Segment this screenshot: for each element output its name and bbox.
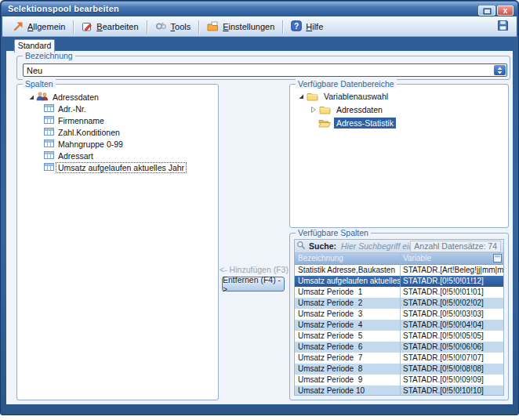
save-button[interactable]	[497, 20, 509, 34]
tree-node-column[interactable]: Zahl.Konditionen	[19, 126, 216, 138]
cell-bezeichnung: Umsatz aufgelaufen aktuelles Jahr	[295, 276, 401, 287]
search-bar[interactable]: Suche: Hier Suchbegriff einge Anzahl Dat…	[295, 240, 503, 253]
titlebar[interactable]: Selektionspool bearbeiten x	[2, 2, 517, 16]
tree-expander-icon[interactable]	[296, 93, 306, 100]
tree-node-column[interactable]: Firmenname	[19, 114, 216, 126]
table-body: Statistik Adresse,Baukasten STATADR.[Art…	[295, 265, 503, 396]
tree-expander-icon[interactable]	[309, 106, 318, 114]
tree-node-column[interactable]: Mahngruppe 0-99	[19, 138, 216, 150]
group-bezeichnung: Bezeichnung Neu	[16, 56, 510, 80]
group-spalten: Spalten Adressdaten	[16, 84, 219, 400]
people-icon	[36, 92, 49, 103]
table-row[interactable]: Umsatz Periode 7 STATADR.[0!5!0!07!07]	[295, 353, 503, 364]
tree-node-folder[interactable]: Adress-Statistik	[292, 116, 506, 129]
search-input-placeholder[interactable]: Hier Suchbegriff einge	[341, 241, 410, 251]
expanded-triangle-icon[interactable]	[27, 94, 36, 100]
tree-node-label[interactable]: Adr.-Nr.	[58, 104, 86, 114]
tree-node-label[interactable]: Adressdaten	[334, 104, 385, 115]
restore-button[interactable]	[478, 5, 495, 16]
table-columns-icon	[44, 103, 54, 114]
tree-node-label[interactable]: Variablenauswahl	[321, 91, 390, 102]
table-row[interactable]: Umsatz Periode 4 STATADR.[0!5!0!04!04]	[295, 320, 503, 331]
tree-node-label[interactable]: Firmenname	[58, 116, 104, 125]
group-legend: Verfügbare Datenbereiche	[296, 79, 397, 89]
table-row[interactable]: Umsatz Periode 6 STATADR.[0!5!0!06!06]	[295, 342, 503, 353]
table-row[interactable]: Umsatz Periode 2 STATADR.[0!5!0!02!02]	[295, 298, 503, 309]
cell-bezeichnung: Umsatz Periode 9	[295, 375, 401, 386]
help-icon: ?	[291, 20, 302, 33]
remove-button[interactable]: Entfernen (F4) ->	[222, 277, 285, 291]
columns-list-panel: Suche: Hier Suchbegriff einge Anzahl Dat…	[294, 239, 504, 396]
gears-icon	[155, 21, 167, 33]
folder-icon	[318, 118, 331, 128]
content-panel: Bezeichnung Neu Spalten	[6, 51, 513, 404]
tree-node-column[interactable]: Adressart	[19, 150, 216, 161]
table-row[interactable]: Umsatz Periode 1 STATADR.[0!5!0!01!01]	[295, 287, 503, 298]
tree-node-label[interactable]: Zahl.Konditionen	[58, 128, 120, 137]
toolbar-separator	[198, 20, 199, 34]
toolbar-button-label: Bearbeiten	[96, 22, 138, 31]
close-button[interactable]: x	[497, 5, 514, 16]
cell-bezeichnung: Umsatz Periode 8	[295, 364, 401, 375]
tree-node-label[interactable]: Adressart	[58, 151, 93, 161]
toolbar-button-hilfe[interactable]: ? Hilfe	[285, 18, 329, 35]
table-row[interactable]: Umsatz Periode 3 STATADR.[0!5!0!03!03]	[295, 309, 503, 320]
table-columns-icon	[44, 150, 54, 161]
column-header-bezeichnung[interactable]: Bezeichnung	[295, 253, 401, 264]
cell-bezeichnung: Umsatz Periode 3	[295, 309, 401, 320]
tree-node-column[interactable]: Adr.-Nr.	[19, 103, 216, 114]
tree-node-adressdaten[interactable]: Adressdaten	[19, 91, 216, 103]
record-count: Anzahl Datensätze: 74	[410, 241, 501, 252]
tree-node-folder[interactable]: Variablenauswahl	[292, 89, 506, 103]
combobox-dropdown-button[interactable]	[494, 65, 506, 75]
table-row[interactable]: Umsatz Periode 10 STATADR.[0!5!0!10!10]	[295, 386, 503, 396]
toolbar-button-einstellungen[interactable]: Einstellungen	[201, 18, 281, 35]
cell-bezeichnung: Umsatz Periode 6	[295, 342, 401, 353]
search-label: Suche:	[309, 241, 336, 251]
table-columns-icon	[44, 115, 54, 126]
table-header: Bezeichnung Variable	[295, 253, 503, 265]
cell-bezeichnung: Umsatz Periode 2	[295, 298, 401, 309]
close-icon: x	[503, 7, 508, 15]
folder-icon	[306, 92, 318, 101]
group-datenbereiche: Verfügbare Datenbereiche Variablenauswah…	[289, 84, 509, 228]
cell-variable: STATADR.[0!5!0!09!09]	[401, 375, 503, 386]
column-header-variable[interactable]: Variable	[401, 253, 503, 264]
search-icon	[296, 241, 306, 252]
cell-variable: STATADR.[0!5!0!03!03]	[401, 309, 503, 320]
table-columns-icon	[44, 139, 54, 150]
cell-bezeichnung: Umsatz Periode 10	[295, 386, 401, 396]
toolbar-separator	[73, 20, 74, 34]
datenbereiche-tree: Variablenauswahl Adressdaten	[292, 89, 506, 129]
tree-node-label[interactable]: Umsatz aufgelaufen aktuelles Jahr	[56, 163, 186, 172]
table-row[interactable]: Statistik Adresse,Baukasten STATADR.[Art…	[295, 265, 503, 276]
cell-bezeichnung: Umsatz Periode 4	[295, 320, 401, 331]
cell-variable: STATADR.[0!5!0!07!07]	[401, 353, 503, 364]
group-verfuegbare-spalten: Verfügbare Spalten Suche: Hier Suchbegri…	[289, 233, 509, 400]
table-row[interactable]: Umsatz Periode 5 STATADR.[0!5!0!05!05]	[295, 331, 503, 342]
cell-variable: STATADR.[0!5!0!06!06]	[401, 342, 503, 353]
cell-variable: STATADR.[0!5!0!05!05]	[401, 331, 503, 342]
tree-node-label[interactable]: Mahngruppe 0-99	[58, 139, 123, 149]
restore-icon	[483, 4, 492, 18]
tab-standard[interactable]: Standard	[14, 39, 55, 52]
toolbar-button-tools[interactable]: Tools	[149, 18, 198, 35]
cell-variable: STATADR.[0!5!0!01!01]	[401, 287, 503, 298]
arrow-up-right-icon	[13, 21, 24, 32]
add-button-disabled: <- Hinzufügen (F3)	[220, 265, 289, 274]
tree-node-column[interactable]: Umsatz aufgelaufen aktuelles Jahr	[19, 161, 216, 173]
toolbar-button-allgemein[interactable]: Allgemein	[7, 18, 71, 35]
tree-node-label[interactable]: Adress-Statistik	[334, 118, 396, 129]
bezeichnung-combobox[interactable]: Neu	[23, 63, 507, 77]
tree-node-label[interactable]: Adressdaten	[53, 92, 99, 102]
column-chooser-icon[interactable]	[493, 254, 502, 265]
table-row[interactable]: Umsatz Periode 8 STATADR.[0!5!0!08!08]	[295, 364, 503, 375]
toolbar-button-label: Einstellungen	[223, 22, 274, 31]
table-columns-icon	[44, 162, 54, 173]
toolbar-button-bearbeiten[interactable]: Bearbeiten	[75, 18, 144, 35]
save-floppy-icon	[497, 20, 509, 34]
table-row[interactable]: Umsatz aufgelaufen aktuelles Jahr STATAD…	[295, 276, 503, 287]
tree-node-folder[interactable]: Adressdaten	[292, 103, 506, 116]
table-row[interactable]: Umsatz Periode 9 STATADR.[0!5!0!09!09]	[295, 375, 503, 386]
group-legend: Spalten	[23, 79, 56, 89]
